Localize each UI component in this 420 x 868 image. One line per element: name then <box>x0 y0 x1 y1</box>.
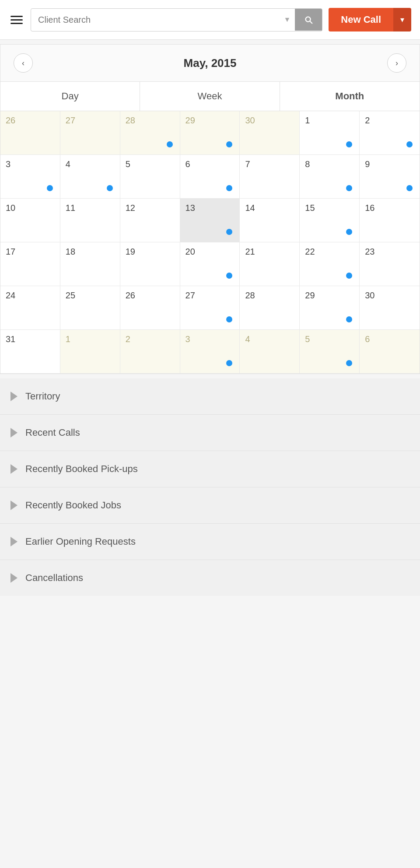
accordion-label: Recently Booked Jobs <box>25 500 121 511</box>
day-number: 9 <box>365 159 414 169</box>
accordion-item[interactable]: Territory <box>0 378 420 415</box>
calendar-cell[interactable]: 13 <box>180 199 240 242</box>
accordion-label: Territory <box>25 391 60 402</box>
calendar-cell[interactable]: 2 <box>360 111 420 155</box>
day-number: 14 <box>245 203 294 213</box>
calendar-section: ‹ May, 2015 › Day Week Month 26272829301… <box>0 44 420 374</box>
expand-icon <box>10 392 18 401</box>
accordion-item[interactable]: Recently Booked Pick-ups <box>0 451 420 487</box>
calendar-grid: 2627282930123456789101112131415161718192… <box>0 111 420 374</box>
expand-icon <box>10 537 18 546</box>
expand-icon <box>10 464 18 474</box>
hamburger-line2 <box>10 19 23 21</box>
day-number: 5 <box>305 334 354 344</box>
calendar-cell[interactable]: 9 <box>360 155 420 199</box>
calendar-cell[interactable]: 6 <box>180 155 240 199</box>
calendar-cell[interactable]: 1 <box>300 111 360 155</box>
calendar-cell[interactable]: 11 <box>60 199 120 242</box>
calendar-cell[interactable]: 2 <box>120 330 180 374</box>
day-number: 22 <box>305 247 354 257</box>
day-number: 23 <box>365 247 414 257</box>
calendar-cell[interactable]: 28 <box>240 286 300 330</box>
day-number: 30 <box>365 290 414 301</box>
calendar-cell[interactable]: 31 <box>0 330 60 374</box>
tab-month[interactable]: Month <box>280 82 420 111</box>
calendar-cell[interactable]: 18 <box>60 242 120 286</box>
calendar-cell[interactable]: 22 <box>300 242 360 286</box>
calendar-cell[interactable]: 3 <box>0 155 60 199</box>
day-number: 6 <box>365 334 414 344</box>
calendar-cell[interactable]: 10 <box>0 199 60 242</box>
hamburger-line1 <box>10 16 23 17</box>
calendar-cell[interactable]: 3 <box>180 330 240 374</box>
accordion-item[interactable]: Recently Booked Jobs <box>0 487 420 524</box>
day-number: 7 <box>245 159 294 169</box>
accordion-item[interactable]: Cancellations <box>0 560 420 596</box>
accordion-item[interactable]: Recent Calls <box>0 415 420 451</box>
day-number: 11 <box>66 203 115 213</box>
calendar-cell[interactable]: 29 <box>300 286 360 330</box>
day-number: 27 <box>66 116 115 126</box>
accordion-item[interactable]: Earlier Opening Requests <box>0 524 420 560</box>
calendar-cell[interactable]: 25 <box>60 286 120 330</box>
day-number: 16 <box>365 203 414 213</box>
accordion-label: Recently Booked Pick-ups <box>25 463 138 475</box>
client-search-input[interactable] <box>31 9 279 31</box>
calendar-cell[interactable]: 4 <box>60 155 120 199</box>
calendar-cell[interactable]: 16 <box>360 199 420 242</box>
calendar-nav: ‹ May, 2015 › <box>0 45 420 82</box>
day-number: 1 <box>66 334 115 344</box>
day-number: 18 <box>66 247 115 257</box>
new-call-dropdown-button[interactable]: ▾ <box>393 8 411 32</box>
tab-day[interactable]: Day <box>0 82 140 111</box>
hamburger-line3 <box>10 23 23 24</box>
search-button[interactable] <box>295 9 322 31</box>
next-month-button[interactable]: › <box>387 53 406 73</box>
event-dot <box>346 185 352 191</box>
calendar-cell[interactable]: 19 <box>120 242 180 286</box>
day-number: 17 <box>6 247 55 257</box>
event-dot <box>226 273 232 279</box>
event-dot <box>226 229 232 235</box>
calendar-cell[interactable]: 27 <box>180 286 240 330</box>
day-number: 24 <box>6 290 55 301</box>
event-dot <box>226 316 232 322</box>
day-number: 6 <box>186 159 234 169</box>
calendar-cell[interactable]: 12 <box>120 199 180 242</box>
calendar-cell[interactable]: 17 <box>0 242 60 286</box>
event-dot <box>107 185 113 191</box>
hamburger-menu[interactable] <box>9 14 24 26</box>
calendar-cell[interactable]: 5 <box>120 155 180 199</box>
calendar-cell[interactable]: 8 <box>300 155 360 199</box>
calendar-cell[interactable]: 14 <box>240 199 300 242</box>
calendar-cell[interactable]: 21 <box>240 242 300 286</box>
tab-week[interactable]: Week <box>140 82 280 111</box>
calendar-cell[interactable]: 6 <box>360 330 420 374</box>
event-dot <box>226 360 232 366</box>
new-call-button[interactable]: New Call <box>329 8 393 32</box>
day-number: 1 <box>305 116 354 126</box>
calendar-cell[interactable]: 1 <box>60 330 120 374</box>
calendar-cell[interactable]: 26 <box>120 286 180 330</box>
calendar-cell[interactable]: 28 <box>120 111 180 155</box>
calendar-cell[interactable]: 4 <box>240 330 300 374</box>
calendar-cell[interactable]: 24 <box>0 286 60 330</box>
day-number: 26 <box>126 290 175 301</box>
calendar-cell[interactable]: 26 <box>0 111 60 155</box>
expand-icon <box>10 500 18 510</box>
calendar-cell[interactable]: 5 <box>300 330 360 374</box>
calendar-cell[interactable]: 23 <box>360 242 420 286</box>
day-number: 2 <box>365 116 414 126</box>
prev-month-button[interactable]: ‹ <box>14 53 33 73</box>
day-number: 29 <box>186 116 234 126</box>
calendar-cell[interactable]: 20 <box>180 242 240 286</box>
day-number: 4 <box>245 334 294 344</box>
calendar-cell[interactable]: 30 <box>240 111 300 155</box>
calendar-cell[interactable]: 29 <box>180 111 240 155</box>
client-search-dropdown-btn[interactable]: ▼ <box>279 10 295 30</box>
calendar-cell[interactable]: 15 <box>300 199 360 242</box>
calendar-cell[interactable]: 30 <box>360 286 420 330</box>
calendar-cell[interactable]: 7 <box>240 155 300 199</box>
calendar-cell[interactable]: 27 <box>60 111 120 155</box>
day-number: 25 <box>66 290 115 301</box>
